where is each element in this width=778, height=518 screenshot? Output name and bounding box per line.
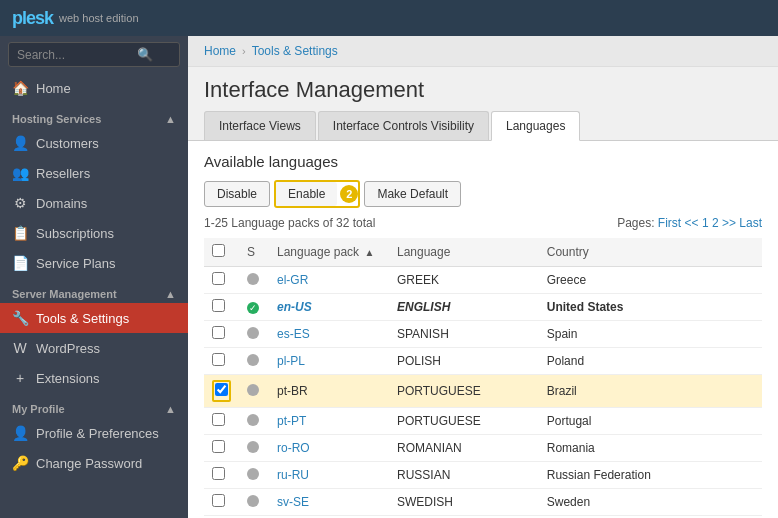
- sidebar-item-customers-label: Customers: [36, 136, 99, 151]
- sidebar-item-domains[interactable]: ⚙ Domains: [0, 188, 188, 218]
- table-row: es-ESSPANISHSpain: [204, 321, 762, 348]
- row-checkbox-ro-RO[interactable]: [212, 440, 225, 453]
- row-langpack-cell: en-US: [269, 294, 389, 321]
- langpack-link[interactable]: es-ES: [277, 327, 310, 341]
- sidebar-section-hosting-services[interactable]: Hosting Services ▲: [0, 103, 188, 128]
- enable-button[interactable]: Enable: [276, 182, 337, 206]
- row-language-cell: PORTUGUESE: [389, 375, 509, 408]
- row-language-cell: ROMANIAN: [389, 435, 509, 462]
- select-all-checkbox[interactable]: [212, 244, 225, 257]
- row-checkbox-es-ES[interactable]: [212, 326, 225, 339]
- langpack-link[interactable]: sv-SE: [277, 495, 309, 509]
- row-checkbox-sv-SE[interactable]: [212, 494, 225, 507]
- sidebar-section-server-management[interactable]: Server Management ▲: [0, 278, 188, 303]
- row-langpack-cell: pt-PT: [269, 408, 389, 435]
- langpack-link[interactable]: en-US: [277, 300, 312, 314]
- make-default-button[interactable]: Make Default: [364, 181, 461, 207]
- row-checkbox-cell: [204, 462, 239, 489]
- col-header-check: [204, 238, 239, 267]
- col-header-langpack[interactable]: Language pack ▲: [269, 238, 389, 267]
- page-title: Interface Management: [188, 67, 778, 111]
- pagination-top-pages: Pages: First << 1 2 >> Last: [617, 216, 762, 230]
- sidebar-item-tools-settings-label: Tools & Settings: [36, 311, 129, 326]
- sidebar-item-change-password[interactable]: 🔑 Change Password: [0, 448, 188, 478]
- extensions-icon: +: [12, 370, 28, 386]
- col-header-empty: [509, 238, 539, 267]
- tab-languages[interactable]: Languages: [491, 111, 580, 141]
- sidebar-item-wordpress-label: WordPress: [36, 341, 100, 356]
- row-checkbox-el-GR[interactable]: [212, 272, 225, 285]
- pagination-next-next[interactable]: >>: [722, 216, 736, 230]
- plesk-logo: plesk: [12, 8, 53, 29]
- row-empty-cell: [509, 321, 539, 348]
- table-row: ✓en-USENGLISHUnited States: [204, 294, 762, 321]
- sidebar-item-service-plans[interactable]: 📄 Service Plans: [0, 248, 188, 278]
- sidebar-item-customers[interactable]: 👤 Customers: [0, 128, 188, 158]
- sidebar-item-extensions-label: Extensions: [36, 371, 100, 386]
- table-row: pt-BRPORTUGUESEBrazil: [204, 375, 762, 408]
- row-checkbox-cell: [204, 321, 239, 348]
- change-password-icon: 🔑: [12, 455, 28, 471]
- pagination-first[interactable]: First: [658, 216, 681, 230]
- sidebar-item-subscriptions[interactable]: 📋 Subscriptions: [0, 218, 188, 248]
- langpack-link[interactable]: pt-PT: [277, 414, 306, 428]
- row-checkbox-pt-BR[interactable]: [215, 383, 228, 396]
- row-checkbox-pl-PL[interactable]: [212, 353, 225, 366]
- sidebar: 🔍 🏠 Home Hosting Services ▲ 👤 Customers …: [0, 36, 188, 518]
- status-gray-icon: [247, 273, 259, 285]
- row-langpack-cell: ro-RO: [269, 435, 389, 462]
- content-inner: Available languages Disable Enable 2 Mak…: [188, 141, 778, 518]
- row-checkbox-en-US[interactable]: [212, 299, 225, 312]
- langpack-link[interactable]: pl-PL: [277, 354, 305, 368]
- sidebar-item-resellers[interactable]: 👥 Resellers: [0, 158, 188, 188]
- pagination-last[interactable]: Last: [739, 216, 762, 230]
- disable-button[interactable]: Disable: [204, 181, 270, 207]
- enable-badge: 2: [340, 185, 358, 203]
- enable-button-wrap: Enable 2: [274, 180, 360, 208]
- tab-interface-views[interactable]: Interface Views: [204, 111, 316, 140]
- sidebar-section-my-profile[interactable]: My Profile ▲: [0, 393, 188, 418]
- row-empty-cell: [509, 267, 539, 294]
- row-empty-cell: [509, 375, 539, 408]
- pagination-prev-prev[interactable]: <<: [685, 216, 699, 230]
- action-toolbar: Disable Enable 2 Make Default: [204, 180, 762, 208]
- sidebar-item-wordpress[interactable]: W WordPress: [0, 333, 188, 363]
- sidebar-item-profile-preferences[interactable]: 👤 Profile & Preferences: [0, 418, 188, 448]
- hosting-services-arrow: ▲: [165, 113, 176, 125]
- languages-table: S Language pack ▲ Language Country el-GR…: [204, 238, 762, 516]
- row-empty-cell: [509, 435, 539, 462]
- langpack-link[interactable]: pt-BR: [277, 384, 308, 398]
- langpack-link[interactable]: el-GR: [277, 273, 308, 287]
- row-country-cell: Poland: [539, 348, 762, 375]
- row-langpack-cell: pt-BR: [269, 375, 389, 408]
- pagination-1[interactable]: 1: [702, 216, 709, 230]
- pagination-2[interactable]: 2: [712, 216, 719, 230]
- row-status-cell: [239, 348, 269, 375]
- langpack-link[interactable]: ru-RU: [277, 468, 309, 482]
- sidebar-item-resellers-label: Resellers: [36, 166, 90, 181]
- row-country-cell: Russian Federation: [539, 462, 762, 489]
- status-gray-icon: [247, 441, 259, 453]
- langpack-link[interactable]: ro-RO: [277, 441, 310, 455]
- row-checkbox-ru-RU[interactable]: [212, 467, 225, 480]
- row-empty-cell: [509, 489, 539, 516]
- breadcrumb-home[interactable]: Home: [204, 44, 236, 58]
- row-checkbox-cell: [204, 435, 239, 462]
- main-layout: 🔍 🏠 Home Hosting Services ▲ 👤 Customers …: [0, 36, 778, 518]
- tab-interface-controls[interactable]: Interface Controls Visibility: [318, 111, 489, 140]
- status-gray-icon: [247, 384, 259, 396]
- service-plans-icon: 📄: [12, 255, 28, 271]
- sidebar-item-extensions[interactable]: + Extensions: [0, 363, 188, 393]
- search-box[interactable]: 🔍: [8, 42, 180, 67]
- hosting-services-label: Hosting Services: [12, 113, 101, 125]
- row-checkbox-pt-PT[interactable]: [212, 413, 225, 426]
- status-gray-icon: [247, 327, 259, 339]
- row-empty-cell: [509, 348, 539, 375]
- status-gray-icon: [247, 468, 259, 480]
- sidebar-item-domains-label: Domains: [36, 196, 87, 211]
- sidebar-item-tools-settings[interactable]: 🔧 Tools & Settings: [0, 303, 188, 333]
- search-input[interactable]: [17, 48, 137, 62]
- sidebar-item-home[interactable]: 🏠 Home: [0, 73, 188, 103]
- table-row: el-GRGREEKGreece: [204, 267, 762, 294]
- breadcrumb-section[interactable]: Tools & Settings: [252, 44, 338, 58]
